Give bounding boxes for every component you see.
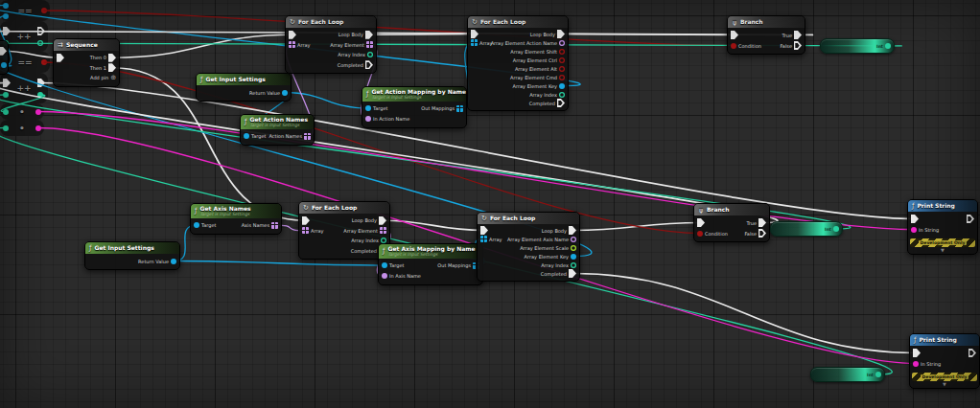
wire-exec[interactable]: [572, 274, 917, 353]
exec-pin[interactable]: [480, 226, 488, 235]
wire-string[interactable]: [38, 112, 914, 230]
condition-pin[interactable]: [697, 231, 703, 237]
false-pin[interactable]: [794, 41, 802, 50]
dot-pin[interactable]: [875, 372, 881, 377]
loop-body-pin[interactable]: [379, 216, 386, 225]
in-string-pin[interactable]: [913, 361, 919, 367]
array-pin[interactable]: [480, 236, 487, 242]
array-element-pin[interactable]: [366, 41, 373, 48]
add-pin-pin[interactable]: ⊕: [110, 75, 116, 81]
exec-pin[interactable]: [967, 215, 974, 223]
action-names-pin[interactable]: [304, 133, 311, 140]
then-1-pin[interactable]: [108, 63, 116, 72]
exec-pin[interactable]: [911, 215, 919, 223]
array-element-alt-pin[interactable]: [559, 66, 565, 72]
exec-pin[interactable]: [289, 31, 296, 39]
return-value-pin[interactable]: [282, 90, 288, 96]
array-pin[interactable]: [471, 39, 478, 46]
array-element-pin[interactable]: [380, 227, 386, 234]
array-element-shift-pin[interactable]: [559, 49, 565, 55]
node-sequence[interactable]: ⇉SequenceThen 0Then 1⊕Add pin: [53, 38, 120, 87]
array-element-action-name-pin[interactable]: [559, 40, 565, 46]
then-0-pin[interactable]: [108, 54, 116, 62]
completed-pin[interactable]: [557, 99, 565, 107]
true-pin[interactable]: [794, 31, 802, 39]
loop-body-pin[interactable]: [557, 30, 565, 38]
array-element-ctrl-pin[interactable]: [559, 57, 565, 63]
node-header[interactable]: ƒGet Action Mapping by NameTarget is Inp…: [362, 87, 466, 102]
wire-wire_bool[interactable]: [44, 11, 734, 46]
collapse-arrow-icon[interactable]: ▼: [910, 381, 979, 388]
true-pin[interactable]: [758, 218, 766, 227]
node-cap2[interactable]: Int: [770, 221, 843, 237]
dot-pin[interactable]: [833, 226, 839, 232]
node-header[interactable]: ⋔Branch: [694, 204, 769, 215]
axis-names-pin[interactable]: [271, 222, 278, 229]
array-index-pin[interactable]: [571, 262, 576, 268]
exec-pin[interactable]: [471, 30, 478, 38]
target-pin[interactable]: [382, 262, 387, 268]
node-ps2[interactable]: ƒPrint StringIn StringDevelopment Only▼: [909, 333, 980, 389]
loop-body-pin[interactable]: [365, 31, 373, 39]
node-cap3[interactable]: Int: [810, 367, 885, 382]
node-header[interactable]: ƒGet Axis Mapping by NameTarget is Input…: [379, 244, 482, 259]
array-pin[interactable]: [302, 227, 309, 234]
array-element-axis-name-pin[interactable]: [571, 237, 576, 242]
loop-body-pin[interactable]: [569, 226, 576, 235]
wire-exec[interactable]: [383, 220, 484, 230]
dot-pin[interactable]: [885, 43, 891, 49]
node-branch1[interactable]: ⋔BranchTrueConditionFalse: [727, 15, 805, 55]
node-header[interactable]: ↻For Each Loop: [299, 202, 389, 214]
wire-object[interactable]: [174, 261, 385, 266]
node-branch2[interactable]: ⋔BranchTrueConditionFalse: [693, 203, 770, 242]
node-gaxm[interactable]: ƒGet Axis Mapping by NameTarget is Input…: [378, 243, 483, 285]
array-index-pin[interactable]: [367, 52, 373, 57]
array-element-cmd-pin[interactable]: [559, 75, 565, 80]
target-pin[interactable]: [244, 133, 249, 139]
node-fel1[interactable]: ↻For Each LoopLoop BodyArrayArray Elemen…: [285, 15, 377, 74]
blueprint-graph-canvas[interactable]: ⇉SequenceThen 0Then 1⊕Add pinƒGet Input …: [0, 0, 980, 408]
target-pin[interactable]: [365, 105, 371, 111]
exec-pin[interactable]: [697, 218, 705, 227]
node-gis2[interactable]: ƒGet Input SettingsReturn Value: [84, 241, 180, 270]
in-action-name-pin[interactable]: [365, 116, 371, 122]
false-pin[interactable]: [758, 229, 766, 238]
array-element-scale-pin[interactable]: [571, 245, 576, 251]
exec-pin[interactable]: [913, 349, 921, 357]
array-index-pin[interactable]: [559, 92, 565, 98]
completed-pin[interactable]: [365, 60, 373, 69]
node-header[interactable]: ⇉Sequence: [54, 39, 119, 51]
exec-pin[interactable]: [968, 349, 976, 357]
node-stub[interactable]: [0, 40, 9, 75]
exec-pin[interactable]: [731, 31, 738, 39]
out-mappings-pin[interactable]: [456, 105, 463, 112]
exec-pin[interactable]: [302, 216, 310, 225]
node-ps1[interactable]: ƒPrint StringIn StringDevelopment Only▼: [907, 199, 978, 255]
node-gaxn[interactable]: ƒGet Axis NamesTarget is Input SettingsT…: [190, 203, 282, 235]
node-gam[interactable]: ƒGet Action Mapping by NameTarget is Inp…: [362, 86, 467, 128]
node-header[interactable]: ↻For Each Loop: [286, 16, 376, 28]
node-header[interactable]: ƒGet Input Settings: [85, 242, 179, 254]
condition-pin[interactable]: [731, 43, 736, 49]
node-header[interactable]: ↻For Each Loop: [468, 16, 568, 28]
wire-exec[interactable]: [112, 34, 292, 57]
node-header[interactable]: ƒPrint String: [910, 334, 979, 346]
node-fel4[interactable]: ↻For Each LoopLoop BodyArrayArray Elemen…: [477, 212, 580, 282]
exec-pin[interactable]: [0, 47, 7, 56]
node-cap1[interactable]: Int: [820, 38, 895, 54]
array-pin[interactable]: [289, 41, 295, 48]
target-pin[interactable]: [194, 222, 199, 228]
in-axis-name-pin[interactable]: [382, 273, 387, 279]
node-header[interactable]: ⋔Branch: [728, 16, 805, 28]
node-header[interactable]: ƒPrint String: [908, 200, 977, 212]
node-gan[interactable]: ƒGet Action NamesTarget is Input Setting…: [240, 114, 315, 146]
node-header[interactable]: ƒGet Action NamesTarget is Input Setting…: [241, 115, 314, 129]
array-element-key-pin[interactable]: [559, 83, 565, 89]
completed-pin[interactable]: [569, 269, 576, 278]
array-element-key-pin[interactable]: [571, 254, 576, 260]
node-gis1[interactable]: ƒGet Input SettingsReturn Value: [196, 73, 292, 102]
return-value-pin[interactable]: [171, 259, 176, 264]
in-string-pin[interactable]: [911, 227, 917, 233]
node-fel3[interactable]: ↻For Each LoopLoop BodyArrayArray Elemen…: [298, 201, 390, 260]
node-header[interactable]: ƒGet Axis NamesTarget is Input Settings: [191, 204, 281, 218]
